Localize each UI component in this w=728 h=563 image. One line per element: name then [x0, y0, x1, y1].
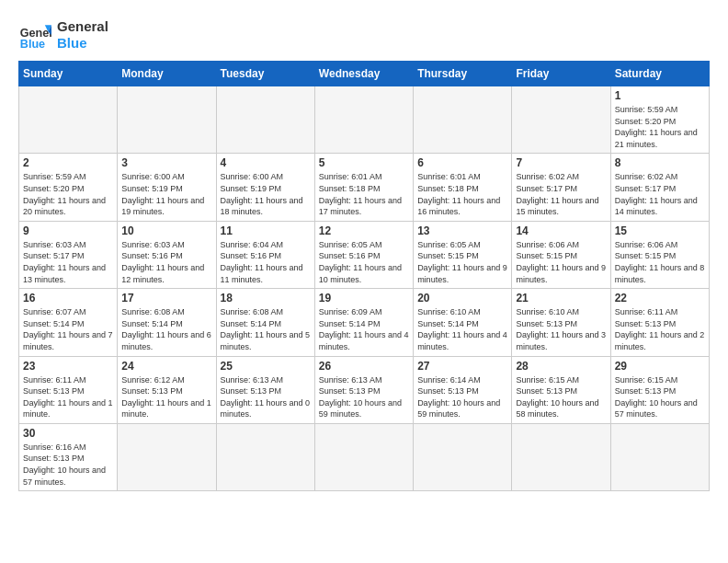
- day-number: 17: [121, 292, 211, 304]
- day-number: 26: [319, 360, 409, 373]
- day-info: Sunrise: 6:06 AM Sunset: 5:15 PM Dayligh…: [615, 239, 705, 285]
- day-cell: 7Sunrise: 6:02 AM Sunset: 5:17 PM Daylig…: [512, 154, 610, 221]
- day-cell: [414, 423, 512, 490]
- day-number: 11: [221, 224, 311, 237]
- day-cell: 14Sunrise: 6:06 AM Sunset: 5:15 PM Dayli…: [512, 221, 610, 288]
- day-cell: 13Sunrise: 6:05 AM Sunset: 5:15 PM Dayli…: [414, 221, 512, 288]
- day-cell: 15Sunrise: 6:06 AM Sunset: 5:15 PM Dayli…: [610, 221, 709, 288]
- day-number: 10: [121, 224, 211, 237]
- day-cell: 29Sunrise: 6:15 AM Sunset: 5:13 PM Dayli…: [610, 356, 709, 423]
- day-info: Sunrise: 6:13 AM Sunset: 5:13 PM Dayligh…: [319, 374, 409, 420]
- day-info: Sunrise: 5:59 AM Sunset: 5:20 PM Dayligh…: [615, 104, 705, 150]
- day-number: 12: [319, 224, 409, 237]
- day-info: Sunrise: 6:15 AM Sunset: 5:13 PM Dayligh…: [615, 374, 705, 420]
- day-cell: 23Sunrise: 6:11 AM Sunset: 5:13 PM Dayli…: [19, 356, 118, 423]
- day-cell: 17Sunrise: 6:08 AM Sunset: 5:14 PM Dayli…: [118, 289, 216, 356]
- day-number: 5: [319, 156, 409, 169]
- day-info: Sunrise: 6:08 AM Sunset: 5:14 PM Dayligh…: [221, 306, 311, 352]
- day-cell: [512, 86, 610, 154]
- day-cell: [512, 423, 610, 490]
- day-number: 20: [417, 292, 507, 304]
- day-number: 18: [221, 292, 311, 304]
- weekday-header-row: SundayMondayTuesdayWednesdayThursdayFrid…: [19, 62, 710, 86]
- weekday-wednesday: Wednesday: [314, 62, 413, 86]
- day-info: Sunrise: 6:08 AM Sunset: 5:14 PM Dayligh…: [121, 306, 211, 352]
- calendar: SundayMondayTuesdayWednesdayThursdayFrid…: [18, 61, 710, 491]
- day-cell: 24Sunrise: 6:12 AM Sunset: 5:13 PM Dayli…: [118, 356, 216, 423]
- day-number: 16: [23, 292, 113, 304]
- day-cell: 16Sunrise: 6:07 AM Sunset: 5:14 PM Dayli…: [19, 289, 118, 356]
- day-cell: [118, 423, 216, 490]
- day-number: 23: [23, 360, 113, 373]
- logo-icon: General Blue: [18, 18, 51, 52]
- day-info: Sunrise: 6:15 AM Sunset: 5:13 PM Dayligh…: [516, 374, 606, 420]
- day-number: 24: [121, 360, 211, 373]
- day-cell: [414, 86, 512, 154]
- week-row-2: 2Sunrise: 5:59 AM Sunset: 5:20 PM Daylig…: [19, 154, 710, 221]
- day-info: Sunrise: 6:06 AM Sunset: 5:15 PM Dayligh…: [516, 239, 606, 285]
- weekday-friday: Friday: [512, 62, 610, 86]
- day-cell: 6Sunrise: 6:01 AM Sunset: 5:18 PM Daylig…: [414, 154, 512, 221]
- day-cell: [118, 86, 216, 154]
- day-cell: [314, 86, 413, 154]
- logo-general-text: General: [57, 18, 108, 35]
- day-info: Sunrise: 6:16 AM Sunset: 5:13 PM Dayligh…: [23, 442, 113, 488]
- day-info: Sunrise: 6:05 AM Sunset: 5:15 PM Dayligh…: [417, 239, 507, 285]
- day-info: Sunrise: 6:00 AM Sunset: 5:19 PM Dayligh…: [121, 171, 211, 217]
- day-cell: [216, 423, 314, 490]
- day-number: 22: [615, 292, 705, 304]
- day-info: Sunrise: 6:10 AM Sunset: 5:14 PM Dayligh…: [417, 306, 507, 352]
- day-info: Sunrise: 6:11 AM Sunset: 5:13 PM Dayligh…: [23, 374, 113, 420]
- day-number: 13: [417, 224, 507, 237]
- day-info: Sunrise: 6:04 AM Sunset: 5:16 PM Dayligh…: [221, 239, 311, 285]
- day-number: 1: [615, 89, 705, 102]
- day-number: 25: [221, 360, 311, 373]
- day-cell: 9Sunrise: 6:03 AM Sunset: 5:17 PM Daylig…: [19, 221, 118, 288]
- day-number: 21: [516, 292, 606, 304]
- day-cell: [216, 86, 314, 154]
- day-cell: 28Sunrise: 6:15 AM Sunset: 5:13 PM Dayli…: [512, 356, 610, 423]
- weekday-thursday: Thursday: [414, 62, 512, 86]
- day-number: 19: [319, 292, 409, 304]
- weekday-saturday: Saturday: [610, 62, 709, 86]
- day-info: Sunrise: 6:02 AM Sunset: 5:17 PM Dayligh…: [615, 171, 705, 217]
- day-number: 7: [516, 156, 606, 169]
- day-cell: 12Sunrise: 6:05 AM Sunset: 5:16 PM Dayli…: [314, 221, 413, 288]
- week-row-1: 1Sunrise: 5:59 AM Sunset: 5:20 PM Daylig…: [19, 86, 710, 154]
- weekday-monday: Monday: [118, 62, 216, 86]
- day-cell: 26Sunrise: 6:13 AM Sunset: 5:13 PM Dayli…: [314, 356, 413, 423]
- day-number: 4: [221, 156, 311, 169]
- day-cell: 5Sunrise: 6:01 AM Sunset: 5:18 PM Daylig…: [314, 154, 413, 221]
- day-cell: 4Sunrise: 6:00 AM Sunset: 5:19 PM Daylig…: [216, 154, 314, 221]
- day-cell: 22Sunrise: 6:11 AM Sunset: 5:13 PM Dayli…: [610, 289, 709, 356]
- day-cell: 8Sunrise: 6:02 AM Sunset: 5:17 PM Daylig…: [610, 154, 709, 221]
- day-info: Sunrise: 6:10 AM Sunset: 5:13 PM Dayligh…: [516, 306, 606, 352]
- day-cell: 27Sunrise: 6:14 AM Sunset: 5:13 PM Dayli…: [414, 356, 512, 423]
- day-info: Sunrise: 6:05 AM Sunset: 5:16 PM Dayligh…: [319, 239, 409, 285]
- day-number: 9: [23, 224, 113, 237]
- weekday-sunday: Sunday: [19, 62, 118, 86]
- day-number: 3: [121, 156, 211, 169]
- day-info: Sunrise: 6:02 AM Sunset: 5:17 PM Dayligh…: [516, 171, 606, 217]
- day-cell: 11Sunrise: 6:04 AM Sunset: 5:16 PM Dayli…: [216, 221, 314, 288]
- day-info: Sunrise: 6:03 AM Sunset: 5:16 PM Dayligh…: [121, 239, 211, 285]
- day-info: Sunrise: 6:01 AM Sunset: 5:18 PM Dayligh…: [417, 171, 507, 217]
- day-cell: [610, 423, 709, 490]
- week-row-4: 16Sunrise: 6:07 AM Sunset: 5:14 PM Dayli…: [19, 289, 710, 356]
- header: General Blue General Blue: [18, 18, 710, 52]
- day-number: 28: [516, 360, 606, 373]
- day-number: 14: [516, 224, 606, 237]
- day-cell: 21Sunrise: 6:10 AM Sunset: 5:13 PM Dayli…: [512, 289, 610, 356]
- logo: General Blue General Blue: [18, 18, 108, 52]
- day-cell: 25Sunrise: 6:13 AM Sunset: 5:13 PM Dayli…: [216, 356, 314, 423]
- page: General Blue General Blue SundayMondayTu…: [0, 0, 728, 500]
- day-number: 30: [23, 427, 113, 440]
- svg-text:Blue: Blue: [20, 38, 45, 51]
- day-number: 29: [615, 360, 705, 373]
- week-row-6: 30Sunrise: 6:16 AM Sunset: 5:13 PM Dayli…: [19, 423, 710, 490]
- day-cell: 3Sunrise: 6:00 AM Sunset: 5:19 PM Daylig…: [118, 154, 216, 221]
- day-info: Sunrise: 6:07 AM Sunset: 5:14 PM Dayligh…: [23, 306, 113, 352]
- day-info: Sunrise: 6:12 AM Sunset: 5:13 PM Dayligh…: [121, 374, 211, 420]
- day-info: Sunrise: 5:59 AM Sunset: 5:20 PM Dayligh…: [23, 171, 113, 217]
- day-cell: 10Sunrise: 6:03 AM Sunset: 5:16 PM Dayli…: [118, 221, 216, 288]
